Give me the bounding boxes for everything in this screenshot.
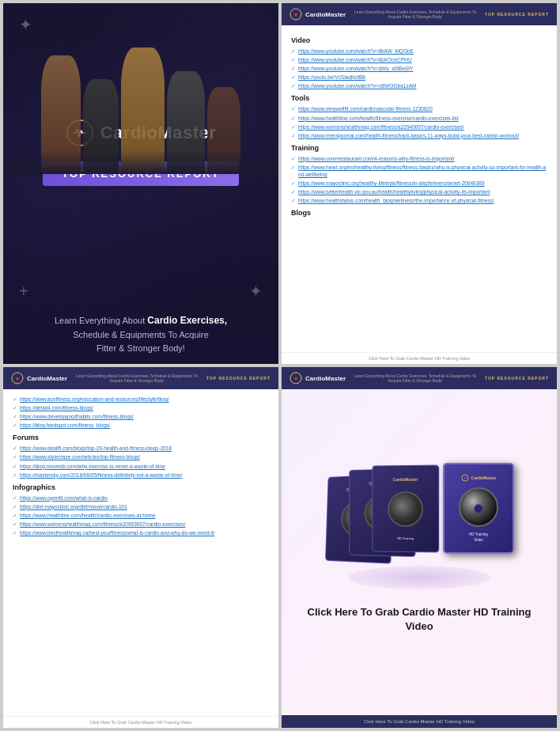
link-url[interactable]: https://www.betterhealth.vic.gov.au/heal… [298,188,490,195]
list-item[interactable]: ✓https://diet.mayoclinic.org/diet/move/c… [13,503,269,510]
check-icon: ✓ [291,180,296,187]
list-item[interactable]: ✓https://www.youtube.com/watch?v=8kAW_MQ… [291,47,547,55]
header-badge: TOP RESOURCE REPORT [485,12,549,17]
infographics-section-title: Infographics [13,483,269,491]
check-icon: ✓ [13,464,17,470]
header-logo-text-4: CardioMaster [305,375,346,382]
link-url[interactable]: https://www.openfit.com/what-is-cardio [20,494,108,502]
list-item[interactable]: ✓https://www.womenshealthmag.com/fitness… [291,123,547,131]
link-url[interactable]: https://www.womenshealthmag.com/fitness/… [298,123,464,131]
list-item[interactable]: ✓https://www.youtube.com/watch?v=cBWQGba… [291,82,547,89]
list-item[interactable]: ✓https://www.dealift.com/blogs/top-20-he… [13,445,269,452]
link-url[interactable]: https://www.youtube.com/watch?v=8kAW_MQG… [298,47,414,55]
header-badge-3: TOP RESOURCE REPORT [206,376,271,381]
check-icon: ✓ [291,74,296,81]
cover-panel: ✦ ✦ + · · · · · · · ·· · · · · · · ·· · … [3,3,278,364]
check-icon: ✓ [291,66,296,72]
link-url[interactable]: https://www.heart.org/en/healthy-living/… [298,164,547,178]
link-url[interactable]: https://www.stylecraze.com/articles/top-… [20,453,140,460]
check-icon: ✓ [291,133,296,139]
link-url[interactable]: https://www.healthstatus.com/health_blog… [298,197,494,204]
check-icon: ✓ [291,106,296,112]
decoration-dots-br: ✦ [249,282,263,301]
list-item[interactable]: ✓https://youtu.be/VcSlaqNofB8 [291,74,547,81]
link-url[interactable]: https://www.mayoclinic.org/healthy-lifes… [298,180,485,187]
list-item[interactable]: ✓https://blog.movesib.com/why-exercise-i… [13,463,269,470]
link-url[interactable]: https://www.acefitness.org/education-and… [20,396,169,403]
link-url[interactable]: https://diet.mayoclinic.org/diet/move/ca… [20,503,127,510]
product-cta-text[interactable]: Click Here To Grab Cardio Master HD Trai… [293,597,545,642]
check-icon: ✓ [13,445,17,452]
link-url[interactable]: https://blog.feedspot.com/fitness_blogs/ [20,422,110,429]
check-icon: ✓ [291,156,296,162]
list-item[interactable]: ✓https://www.womenshealthmag.com/fitness… [13,521,269,528]
list-item[interactable]: ✓https://www.healthstatus.com/health_blo… [291,197,547,204]
link-url[interactable]: https://www.youtube.com/watch?v=qWy_a0lB… [298,65,413,72]
dvd-stack-container: CardioMaster HD Training CardioMaster HD… [324,463,514,589]
product-footer[interactable]: Click Here To Grab Cardio Master HD Trai… [282,715,557,728]
list-item[interactable]: ✓https://www.betterhealth.vic.gov.au/hea… [291,188,547,195]
list-item[interactable]: ✓https://www.developgoodhabits.com/fitne… [13,413,269,420]
list-item[interactable]: ✓https://mastersky.com/2018/06/05/fitnes… [13,472,269,479]
link-url[interactable]: https://mastersky.com/2018/06/05/fitness… [20,472,182,479]
list-item[interactable]: ✓https://detail4.com/fitness-blogs/ [13,404,269,411]
header-logo-4: ♥ CardioMaster [289,372,346,384]
check-icon: ✓ [291,116,296,122]
link-url[interactable]: https://blog.movesib.com/why-exercise-is… [20,463,165,470]
panel2-header: ♥ CardioMaster Learn Everything About Ca… [282,3,557,25]
list-item[interactable]: ✓https://www.acefitness.org/education-an… [13,396,269,403]
list-item[interactable]: ✓https://www.openfit.com/what-is-cardio [13,494,269,502]
check-icon: ✓ [291,189,296,195]
dot-pattern-tr: · · · · · · · ·· · · · · · · ·· · · · · … [199,11,263,36]
list-item[interactable]: ✓https://www.healthline.com/health/fitne… [291,115,547,122]
list-item[interactable]: ✓https://www.verywellfit.com/cardiovascu… [291,105,547,112]
check-icon: ✓ [13,396,17,403]
list-item[interactable]: ✓https://www.unionrestaurant.com/4-reaso… [291,155,547,162]
check-icon: ✓ [291,124,296,131]
list-item[interactable]: ✓https://www.besthealthmag.ca/best-you/f… [13,529,269,536]
panel3-footer[interactable]: Click Here To Grab Cardio Master HD Trai… [3,716,278,728]
check-icon: ✓ [291,198,296,204]
link-url[interactable]: https://www.healthline.com/health/cardio… [20,512,156,519]
link-url[interactable]: https://www.dealift.com/blogs/top-20-hea… [20,445,172,452]
panel3-header: ♥ CardioMaster Learn Everything About Ca… [3,367,278,389]
list-item[interactable]: ✓https://www.stylecraze.com/articles/top… [13,453,269,460]
check-icon: ✓ [291,165,296,171]
video-links-list: ✓https://www.youtube.com/watch?v=8kAW_MQ… [291,47,547,89]
list-item[interactable]: ✓https://blog.feedspot.com/fitness_blogs… [13,422,269,429]
link-url[interactable]: https://www.mensjournal.com/health-fitne… [298,132,519,139]
link-url[interactable]: https://www.youtube.com/watch?v=cBWQGba1… [298,82,416,89]
cover-content: ♥ CardioMaster TOP RESOURCE REPORT [3,103,278,218]
check-icon: ✓ [13,454,17,460]
svg-text:♥: ♥ [294,12,297,17]
list-item[interactable]: ✓https://www.youtube.com/watch?v=8pKOceC… [291,56,547,63]
panel2-footer[interactable]: Click Here To Grab Cardio Master HD Trai… [282,352,557,364]
header-tagline: Learn Everything About Cardio Exercises,… [346,9,485,20]
forums-links-list: ✓https://www.dealift.com/blogs/top-20-he… [13,445,269,478]
list-item[interactable]: ✓https://www.heart.org/en/healthy-living… [291,164,547,178]
list-item[interactable]: ✓https://www.healthline.com/health/cardi… [13,512,269,519]
link-url[interactable]: https://youtu.be/VcSlaqNofB8 [298,74,365,81]
link-url[interactable]: https://www.verywellfit.com/cardiovascul… [298,105,433,112]
list-item[interactable]: ✓https://www.mayoclinic.org/healthy-life… [291,180,547,187]
check-icon: ✓ [13,504,17,510]
check-icon: ✓ [291,83,296,89]
link-url[interactable]: https://www.healthline.com/health/fitnes… [298,115,459,122]
infographics-links-list: ✓https://www.openfit.com/what-is-cardio … [13,494,269,536]
forums-section-title: Forums [13,434,269,441]
cover-tagline: Learn Everything About Cardio Exercises,… [3,313,278,356]
check-icon: ✓ [13,521,17,528]
link-url[interactable]: https://www.besthealthmag.ca/best-you/fi… [20,529,214,536]
link-url[interactable]: https://www.developgoodhabits.com/fitnes… [20,413,134,420]
link-url[interactable]: https://detail4.com/fitness-blogs/ [20,404,93,411]
link-url[interactable]: https://www.youtube.com/watch?v=8pKOceCP… [298,56,412,63]
link-url[interactable]: https://www.unionrestaurant.com/4-reason… [298,155,455,162]
check-icon: ✓ [13,513,17,519]
check-icon: ✓ [291,48,296,55]
blogs-links-list: ✓https://www.acefitness.org/education-an… [13,396,269,429]
link-url[interactable]: https://www.womenshealthmag.com/fitness/… [20,521,186,528]
tagline-fitter: Fitter & Stronger Body! [96,343,185,353]
list-item[interactable]: ✓https://www.youtube.com/watch?v=qWy_a0l… [291,65,547,72]
list-item[interactable]: ✓https://www.mensjournal.com/health-fitn… [291,132,547,139]
check-icon: ✓ [13,414,17,420]
